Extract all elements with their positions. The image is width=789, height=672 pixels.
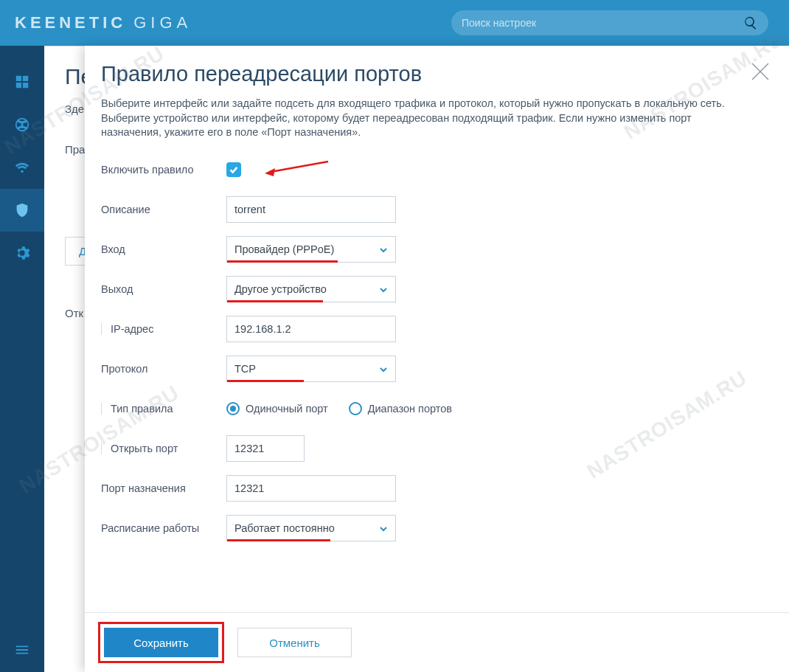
dst-port-input[interactable] xyxy=(226,475,396,502)
rule-type-radio-group: Одиночный порт Диапазон портов xyxy=(226,402,452,415)
chevron-down-icon xyxy=(379,524,388,533)
nav-internet[interactable] xyxy=(0,103,44,146)
cancel-button[interactable]: Отменить xyxy=(237,628,352,657)
annotation-arrow xyxy=(263,159,330,181)
search-box[interactable] xyxy=(451,10,768,35)
row-ip: IP-адрес xyxy=(101,316,762,342)
radio-single-port[interactable]: Одиночный порт xyxy=(226,402,328,415)
svg-marker-3 xyxy=(265,168,275,176)
check-icon xyxy=(229,164,239,175)
label-input-if: Вход xyxy=(101,243,226,255)
enable-rule-checkbox[interactable] xyxy=(226,162,241,177)
search-input[interactable] xyxy=(462,17,743,29)
nav-settings[interactable] xyxy=(0,232,44,274)
label-enable-rule: Включить правило xyxy=(101,164,226,176)
shield-icon xyxy=(14,202,30,218)
save-button[interactable]: Сохранить xyxy=(104,628,218,657)
brand-logo: KEENETIC GIGA xyxy=(15,13,192,32)
brand-sub: GIGA xyxy=(133,13,192,32)
chevron-down-icon xyxy=(379,365,388,374)
label-description: Описание xyxy=(101,204,226,215)
row-output-if: Выход Другое устройство xyxy=(101,276,762,302)
close-icon xyxy=(748,59,773,84)
brand-main: KEENETIC xyxy=(15,13,126,32)
row-open-port: Открыть порт xyxy=(101,435,762,462)
wifi-icon xyxy=(14,159,30,176)
row-rule-type: Тип правила Одиночный порт Диапазон порт… xyxy=(101,395,762,422)
row-protocol: Протокол TCP xyxy=(101,356,762,382)
modal-description: Выберите интерфейс или задайте подсеть д… xyxy=(101,97,750,140)
radio-single-label: Одиночный порт xyxy=(246,403,328,415)
schedule-select[interactable]: Работает постоянно xyxy=(226,515,396,541)
label-open-port: Открыть порт xyxy=(101,443,226,454)
radio-icon-selected xyxy=(226,402,240,415)
schedule-value: Работает постоянно xyxy=(234,522,335,534)
protocol-value: TCP xyxy=(234,363,256,375)
ip-input[interactable] xyxy=(226,316,396,342)
row-enable-rule: Включить правило xyxy=(101,156,762,183)
protocol-select[interactable]: TCP xyxy=(226,356,396,382)
row-dst-port: Порт назначения xyxy=(101,475,762,502)
radio-icon-unselected xyxy=(349,402,362,415)
row-schedule: Расписание работы Работает постоянно xyxy=(101,515,762,541)
modal-title: Правило переадресации портов xyxy=(101,62,762,86)
modal-footer: Сохранить Отменить xyxy=(85,612,789,672)
open-port-input[interactable] xyxy=(226,435,305,462)
label-protocol: Протокол xyxy=(101,363,226,375)
nav-security[interactable] xyxy=(0,189,44,232)
label-dst-port: Порт назначения xyxy=(101,482,226,494)
label-output-if: Выход xyxy=(101,283,226,295)
gear-icon xyxy=(14,245,30,261)
label-schedule: Расписание работы xyxy=(101,522,226,534)
label-ip: IP-адрес xyxy=(101,323,226,335)
chevron-down-icon xyxy=(379,246,388,254)
output-if-select[interactable]: Другое устройство xyxy=(226,276,396,302)
row-input-if: Вход Провайдер (PPPoE) xyxy=(101,236,762,263)
radio-port-range[interactable]: Диапазон портов xyxy=(349,402,452,415)
input-if-value: Провайдер (PPPoE) xyxy=(234,243,334,255)
globe-icon xyxy=(14,117,30,133)
app-header: KEENETIC GIGA xyxy=(0,0,789,46)
hamburger-icon xyxy=(14,642,30,658)
nav-dashboard[interactable] xyxy=(0,60,44,103)
radio-range-label: Диапазон портов xyxy=(368,403,452,415)
chevron-down-icon xyxy=(379,285,388,294)
label-rule-type: Тип правила xyxy=(101,403,226,415)
sidebar xyxy=(0,46,44,672)
svg-line-2 xyxy=(271,162,328,172)
nav-wifi[interactable] xyxy=(0,146,44,189)
grid-icon xyxy=(14,74,30,90)
sidebar-menu-toggle[interactable] xyxy=(0,628,44,672)
port-forward-modal: Правило переадресации портов Выберите ин… xyxy=(85,46,789,672)
row-description: Описание xyxy=(101,196,762,223)
close-button[interactable] xyxy=(748,59,773,84)
description-input[interactable] xyxy=(226,196,396,223)
save-highlight-box: Сохранить xyxy=(98,622,224,663)
output-if-value: Другое устройство xyxy=(234,283,327,295)
input-if-select[interactable]: Провайдер (PPPoE) xyxy=(226,236,396,263)
search-icon xyxy=(743,15,758,30)
